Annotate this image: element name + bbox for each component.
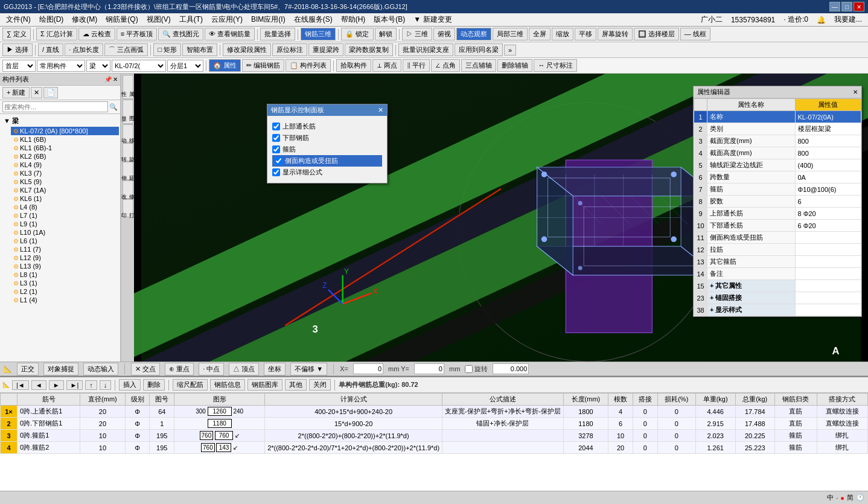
cell-level[interactable]: Φ	[125, 442, 150, 454]
cell-jinHao[interactable]: 0跨.箍筋2	[18, 442, 80, 454]
nav-first[interactable]: |◄	[12, 380, 29, 390]
menu-help[interactable]: 帮助(H)	[337, 13, 369, 26]
tb-cloud-check[interactable]: ☁ 云检查	[78, 28, 115, 40]
canvas-area[interactable]: X Y Z 3 A 钢筋显示控制面板 ✕ 上部通长筋	[134, 74, 868, 362]
tb-align-top[interactable]: ≡ 平齐板顶	[116, 28, 157, 40]
cell-jinHao[interactable]: 0跨.箍筋1	[18, 430, 80, 442]
cell-diameter[interactable]: 10	[80, 430, 125, 442]
tb-view-rebar[interactable]: 👁 查看钢筋量	[205, 28, 255, 40]
no-offset-btn[interactable]: 不偏移 ▼	[290, 363, 327, 375]
cell-level[interactable]: Φ	[125, 418, 150, 430]
tab-pick[interactable]: 拾取构件	[336, 59, 371, 72]
copy-member-btn[interactable]: 📄	[43, 87, 58, 98]
tree-item-l6[interactable]: ⚙ L6 (1)	[11, 237, 119, 245]
tb-unlock[interactable]: 解锁	[375, 28, 397, 40]
cell-length[interactable]: 1800	[563, 406, 608, 418]
rebar-check-lower[interactable]: 下部钢筋	[272, 132, 382, 144]
tree-item-kl5[interactable]: ⚙ KL5 (9)	[11, 177, 119, 186]
tb-pan[interactable]: 平移	[575, 28, 596, 40]
tb-modify-seg[interactable]: 修改梁段属性	[223, 43, 271, 56]
ime-indicator[interactable]: 中	[827, 493, 834, 502]
tree-item-l10[interactable]: ⚙ L10 (1A)	[11, 228, 119, 237]
rotate-cb[interactable]	[465, 365, 473, 373]
cell-calcFormula[interactable]: 400-20+15*d+900+240-20	[265, 406, 442, 418]
cell-count[interactable]: 20	[608, 442, 633, 454]
tree-item-kl1b[interactable]: ⚙ KL1 (6B)-1	[11, 144, 119, 152]
menu-view[interactable]: 视图(V)	[143, 13, 174, 26]
cell-length[interactable]: 1180	[563, 418, 608, 430]
cell-calcFormula[interactable]: 15*d+900-20	[265, 418, 442, 430]
cell-loss[interactable]: 0	[657, 418, 695, 430]
cell-shape[interactable]: 760 143 ↙	[174, 442, 265, 454]
cell-shape[interactable]: 760 760 ↙	[174, 430, 265, 442]
table-row[interactable]: 30跨.箍筋110Φ195760 760 ↙2*((800-2*20)+(800…	[1, 430, 868, 442]
bell-icon[interactable]: 🔔	[813, 14, 829, 25]
cb-upper-rebar[interactable]	[272, 123, 280, 130]
tb-dynamic-obs[interactable]: 动态观察	[456, 28, 491, 40]
cell-joinType[interactable]: 绑扎	[817, 430, 867, 442]
x-input[interactable]	[353, 363, 383, 374]
strip-modify[interactable]: 修改	[123, 180, 133, 199]
cell-shape[interactable]: 1180	[174, 418, 265, 430]
cell-jinHao[interactable]: 0跨.下部钢筋1	[18, 418, 80, 430]
tb-apply-same[interactable]: 应用到同名梁	[455, 43, 503, 56]
menu-new-change[interactable]: ▼ 新建变更	[410, 13, 455, 26]
scale-rebar-btn[interactable]: 缩尺配筋	[173, 379, 208, 391]
search-input[interactable]	[2, 101, 108, 112]
tab-del-axis[interactable]: 删除辅轴	[497, 59, 532, 72]
strip-rotate[interactable]: 旋转	[123, 143, 133, 161]
cell-totalWeight[interactable]: 17.784	[735, 406, 775, 418]
rebar-check-upper[interactable]: 上部通长筋	[272, 121, 382, 132]
prop-row-anchor[interactable]: 23 + 锚固搭接	[694, 292, 861, 304]
cb-lower-rebar[interactable]	[272, 134, 280, 142]
cell-calcFormula[interactable]: 2*((800-2*20-2*d-20)/7*1+20+2*d)+(800-2*…	[265, 442, 442, 454]
cell-tuHao[interactable]: 195	[150, 430, 174, 442]
endpoint-btn[interactable]: ⊕ 重点	[165, 363, 194, 375]
cell-unitWeight[interactable]: 2.023	[695, 430, 735, 442]
cell-diameter[interactable]: 20	[80, 406, 125, 418]
table-row[interactable]: 40跨.箍筋210Φ195760 143 ↙2*((800-2*20-2*d-2…	[1, 442, 868, 454]
menu-cloud[interactable]: 云应用(Y)	[208, 13, 246, 26]
prop-row-tie[interactable]: 12 拉筋	[694, 244, 861, 256]
menu-bim[interactable]: BIM应用(I)	[247, 13, 289, 26]
cell-tuHao[interactable]: 195	[150, 442, 174, 454]
tree-item-kl6[interactable]: ⚙ KL6 (1)	[11, 194, 119, 203]
table-row[interactable]: 1×0跨.上通长筋120Φ64300 1260 240400-20+15*d+9…	[1, 406, 868, 418]
tab-3pt-axis[interactable]: 三点辅轴	[461, 59, 496, 72]
cell-description[interactable]: 支座宽-保护层+弯折+净长+弯折-保护层	[442, 406, 564, 418]
prop-row-height[interactable]: 4 截面高度(mm) 800	[694, 147, 861, 159]
tab-angle[interactable]: ∠ 点角	[431, 59, 460, 72]
tb-select[interactable]: ▶ 选择	[2, 43, 33, 56]
cell-lap[interactable]: 0	[633, 430, 657, 442]
strip-print[interactable]: 打印	[123, 199, 133, 217]
tree-item-l7[interactable]: ⚙ L7 (1)	[11, 211, 119, 220]
prop-row-type[interactable]: 2 类别 楼层框架梁	[694, 123, 861, 135]
rotate-input[interactable]	[493, 363, 529, 374]
menu-rebar-qty[interactable]: 钢筋量(Q)	[102, 13, 141, 26]
strip-extend[interactable]: 延伸	[123, 162, 133, 180]
build-label[interactable]: 我要建...	[831, 13, 866, 26]
menu-tools[interactable]: 工具(T)	[176, 13, 206, 26]
cell-joinType[interactable]: 绑扎	[817, 442, 867, 454]
cell-category[interactable]: 直筋	[775, 406, 817, 418]
cell-tuHao[interactable]: 1	[150, 418, 174, 430]
cell-count[interactable]: 6	[608, 418, 633, 430]
win-close[interactable]: ✕	[854, 2, 864, 11]
cell-unitWeight[interactable]: 2.915	[695, 418, 735, 430]
tb-line-draw[interactable]: / 直线	[38, 43, 63, 56]
tb-batch-identify[interactable]: 批量识别梁支座	[398, 43, 453, 56]
tb-summary[interactable]: Σ 汇总计算	[36, 28, 77, 40]
cell-lap[interactable]: 0	[633, 418, 657, 430]
rebar-check-side[interactable]: 侧面构造或受扭筋	[272, 155, 382, 167]
cell-totalWeight[interactable]: 20.225	[735, 430, 775, 442]
cell-totalWeight[interactable]: 25.223	[735, 442, 775, 454]
strip-display[interactable]: 图显	[123, 100, 133, 124]
tree-item-l11[interactable]: ⚙ L11 (7)	[11, 245, 119, 254]
cell-category[interactable]: 箍筋	[775, 442, 817, 454]
tree-item-l13[interactable]: ⚙ L13 (9)	[11, 262, 119, 270]
cell-category[interactable]: 箍筋	[775, 430, 817, 442]
nav-up[interactable]: ↑	[85, 380, 97, 390]
cell-level[interactable]: Φ	[125, 406, 150, 418]
menu-version[interactable]: 版本号(B)	[370, 13, 409, 26]
tb-more[interactable]: »	[504, 45, 516, 56]
